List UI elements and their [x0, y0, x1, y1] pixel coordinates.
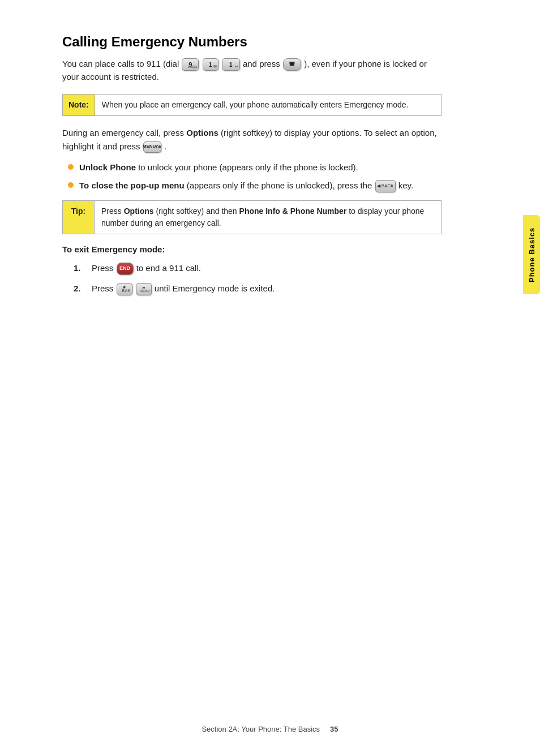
footer: Section 2A: Your Phone: The Basics 35: [0, 725, 540, 733]
menu-ok-key-icon: MENUOK: [143, 141, 161, 153]
send-key-icon: ☎: [283, 58, 301, 71]
body1-period: .: [164, 141, 166, 151]
exit-step-2: 2. Press *BAK #SEND until Emergency mode…: [74, 281, 442, 296]
pound-send-key-icon: #SEND: [136, 283, 152, 295]
back-key-icon: ◀ BACK: [375, 180, 396, 192]
note-label: Note:: [63, 94, 95, 115]
step-2-num: 2.: [74, 281, 84, 296]
note-box: Note: When you place an emergency call, …: [62, 94, 442, 116]
exit-step-1: 1. Press END to end a 911 call.: [74, 261, 442, 276]
step-2-text: Press *BAK #SEND until Emergency mode is…: [92, 281, 275, 296]
key-9-icon: 9wxyz: [182, 58, 199, 71]
star-bak-key-icon: *BAK: [117, 283, 132, 295]
bullet-dot-2: [68, 182, 74, 188]
tip-box: Tip: Press Options (right softkey) and t…: [62, 200, 442, 234]
intro-text-and: and press: [243, 59, 282, 68]
body-paragraph-1: During an emergency call, press Options …: [62, 126, 442, 153]
bullet-item-1: Unlock Phone to unlock your phone (appea…: [68, 161, 442, 174]
page-title: Calling Emergency Numbers: [62, 34, 442, 50]
step-1-num: 1.: [74, 261, 84, 276]
key-1b-icon: 1↩: [222, 58, 240, 71]
bullet-1-text: Unlock Phone to unlock your phone (appea…: [79, 161, 358, 174]
exit-steps-list: 1. Press END to end a 911 call. 2. Press…: [74, 261, 442, 295]
exit-heading: To exit Emergency mode:: [62, 244, 442, 254]
sidebar-tab: Phone Basics: [523, 215, 540, 294]
page-content: Calling Emergency Numbers You can place …: [0, 0, 487, 335]
note-content: When you place an emergency call, your p…: [95, 94, 415, 115]
key-1a-icon: 1✉: [203, 58, 218, 71]
footer-section: Section 2A: Your Phone: The Basics: [202, 725, 320, 733]
end-key-icon: END: [117, 263, 134, 275]
bullet-2-text: To close the pop-up menu (appears only i…: [79, 179, 413, 192]
bullet-item-2: To close the pop-up menu (appears only i…: [68, 179, 442, 192]
step-1-text: Press END to end a 911 call.: [92, 261, 201, 276]
bullet-dot-1: [68, 164, 74, 170]
tip-content: Press Options (right softkey) and then P…: [95, 201, 441, 234]
body1-text: During an emergency call, press Options …: [62, 128, 437, 151]
tip-label: Tip:: [63, 201, 95, 234]
bullet-list: Unlock Phone to unlock your phone (appea…: [68, 161, 442, 193]
footer-page: 35: [330, 725, 338, 733]
tip-text-before: Press Options (right softkey) and then P…: [101, 207, 424, 227]
intro-text-before: You can place calls to 911 (dial: [62, 59, 179, 68]
intro-paragraph: You can place calls to 911 (dial 9wxyz 1…: [62, 58, 442, 84]
